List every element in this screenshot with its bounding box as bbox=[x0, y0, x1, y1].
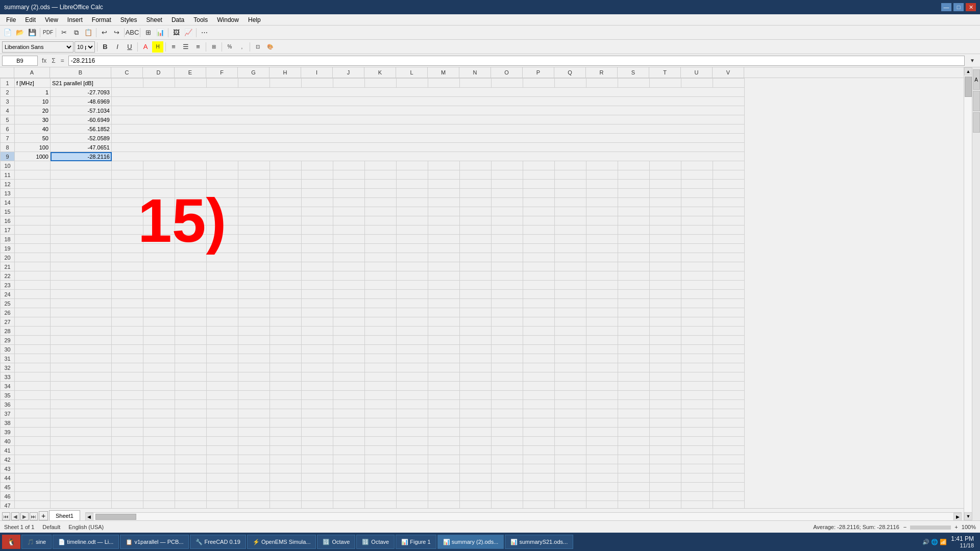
cell-row21-col13[interactable] bbox=[460, 262, 492, 271]
cell-row43-col9[interactable] bbox=[333, 464, 365, 473]
cell-row28-col15[interactable] bbox=[523, 327, 555, 336]
cell-row20-col2[interactable] bbox=[112, 253, 143, 262]
cell-row24-col2[interactable] bbox=[112, 290, 143, 299]
cell-row19-col13[interactable] bbox=[460, 244, 492, 253]
col-header-n[interactable]: N bbox=[459, 67, 491, 78]
cell-row29-col16[interactable] bbox=[555, 336, 586, 345]
cell-row39-col21[interactable] bbox=[713, 428, 745, 437]
cell-row28-col12[interactable] bbox=[428, 327, 460, 336]
cell-row16-col17[interactable] bbox=[586, 216, 618, 226]
cell-row31-col12[interactable] bbox=[428, 354, 460, 363]
cell-row17-col20[interactable] bbox=[681, 226, 713, 235]
cell-row33-col19[interactable] bbox=[650, 372, 681, 382]
cell-row46-col3[interactable] bbox=[143, 492, 175, 501]
cell-row15-col3[interactable] bbox=[143, 207, 175, 216]
cell-row36-col17[interactable] bbox=[586, 400, 618, 409]
cell-row13-col6[interactable] bbox=[238, 189, 270, 198]
cell-row22-col2[interactable] bbox=[112, 271, 143, 281]
cell-row34-col14[interactable] bbox=[492, 382, 523, 391]
cell-row22-col12[interactable] bbox=[428, 271, 460, 281]
sidebar-icon-3[interactable] bbox=[973, 112, 980, 133]
cell-row12-col2[interactable] bbox=[112, 180, 143, 189]
cell-row23-col13[interactable] bbox=[460, 281, 492, 290]
cell-row26-col21[interactable] bbox=[713, 308, 745, 317]
cell-row40-col8[interactable] bbox=[302, 437, 333, 446]
cell-row44-col19[interactable] bbox=[650, 473, 681, 483]
cell-v1[interactable] bbox=[713, 79, 745, 88]
cell-row46-col18[interactable] bbox=[618, 492, 650, 501]
cell-row30-col18[interactable] bbox=[618, 345, 650, 354]
menu-styles[interactable]: Styles bbox=[116, 15, 141, 24]
cell-row43-col14[interactable] bbox=[492, 464, 523, 473]
cell-row27-col19[interactable] bbox=[650, 317, 681, 327]
cell-row45-col11[interactable] bbox=[397, 483, 428, 492]
cell-row24-col10[interactable] bbox=[365, 290, 397, 299]
cell-row37-col1[interactable] bbox=[51, 409, 112, 418]
cell-row32-col14[interactable] bbox=[492, 363, 523, 372]
cell-row17-col9[interactable] bbox=[333, 226, 365, 235]
cell-row41-col10[interactable] bbox=[365, 446, 397, 455]
cell-row46-col1[interactable] bbox=[51, 492, 112, 501]
cell-row18-col20[interactable] bbox=[681, 235, 713, 244]
cell-row38-col5[interactable] bbox=[207, 418, 238, 428]
cell-c5-rest[interactable] bbox=[112, 115, 745, 124]
cell-row28-col10[interactable] bbox=[365, 327, 397, 336]
cell-row11-col21[interactable] bbox=[713, 170, 745, 180]
cell-row35-col10[interactable] bbox=[365, 391, 397, 400]
cell-row33-col20[interactable] bbox=[681, 372, 713, 382]
cell-row14-col6[interactable] bbox=[238, 198, 270, 207]
cell-row18-col4[interactable] bbox=[175, 235, 207, 244]
cell-row46-col2[interactable] bbox=[112, 492, 143, 501]
cell-r1[interactable] bbox=[586, 79, 618, 88]
cell-t1[interactable] bbox=[650, 79, 681, 88]
cell-row23-col18[interactable] bbox=[618, 281, 650, 290]
cell-row18-col9[interactable] bbox=[333, 235, 365, 244]
cell-row37-col21[interactable] bbox=[713, 409, 745, 418]
cell-row35-col1[interactable] bbox=[51, 391, 112, 400]
cell-row11-col11[interactable] bbox=[397, 170, 428, 180]
cell-row31-col7[interactable] bbox=[270, 354, 302, 363]
cell-row22-col17[interactable] bbox=[586, 271, 618, 281]
menu-file[interactable]: File bbox=[2, 15, 20, 24]
cell-row20-col13[interactable] bbox=[460, 253, 492, 262]
cell-row39-col1[interactable] bbox=[51, 428, 112, 437]
cell-row20-col9[interactable] bbox=[333, 253, 365, 262]
cell-row41-col4[interactable] bbox=[175, 446, 207, 455]
cell-row22-col13[interactable] bbox=[460, 271, 492, 281]
cell-row36-col15[interactable] bbox=[523, 400, 555, 409]
cell-row29-col4[interactable] bbox=[175, 336, 207, 345]
cell-row30-col19[interactable] bbox=[650, 345, 681, 354]
cell-row38-col3[interactable] bbox=[143, 418, 175, 428]
cell-row35-col17[interactable] bbox=[586, 391, 618, 400]
cell-row16-col4[interactable] bbox=[175, 216, 207, 226]
cell-row30-col15[interactable] bbox=[523, 345, 555, 354]
cell-row22-col4[interactable] bbox=[175, 271, 207, 281]
cell-row20-col11[interactable] bbox=[397, 253, 428, 262]
cell-c4-rest[interactable] bbox=[112, 106, 745, 115]
cell-row16-col6[interactable] bbox=[238, 216, 270, 226]
cell-row32-col13[interactable] bbox=[460, 363, 492, 372]
cell-row35-col21[interactable] bbox=[713, 391, 745, 400]
paste-button[interactable]: 📋 bbox=[83, 27, 94, 38]
cell-row46-col14[interactable] bbox=[492, 492, 523, 501]
cell-row10-col16[interactable] bbox=[555, 161, 586, 170]
cell-row27-col10[interactable] bbox=[365, 317, 397, 327]
cell-row17-col11[interactable] bbox=[397, 226, 428, 235]
cell-row21-col5[interactable] bbox=[207, 262, 238, 271]
cell-row10-col2[interactable] bbox=[112, 161, 143, 170]
cell-row11-col17[interactable] bbox=[586, 170, 618, 180]
cell-row41-col11[interactable] bbox=[397, 446, 428, 455]
cell-row29-col14[interactable] bbox=[492, 336, 523, 345]
cell-row27-col15[interactable] bbox=[523, 317, 555, 327]
cell-row22-col11[interactable] bbox=[397, 271, 428, 281]
cell-row36-col4[interactable] bbox=[175, 400, 207, 409]
cell-row33-col9[interactable] bbox=[333, 372, 365, 382]
cell-row40-col11[interactable] bbox=[397, 437, 428, 446]
cell-row47-col17[interactable] bbox=[586, 501, 618, 509]
pdf-button[interactable]: PDF bbox=[42, 27, 54, 38]
cell-row37-col17[interactable] bbox=[586, 409, 618, 418]
font-color-button[interactable]: A bbox=[140, 41, 151, 53]
cell-row43-col2[interactable] bbox=[112, 464, 143, 473]
cell-row33-col21[interactable] bbox=[713, 372, 745, 382]
cell-row11-col6[interactable] bbox=[238, 170, 270, 180]
